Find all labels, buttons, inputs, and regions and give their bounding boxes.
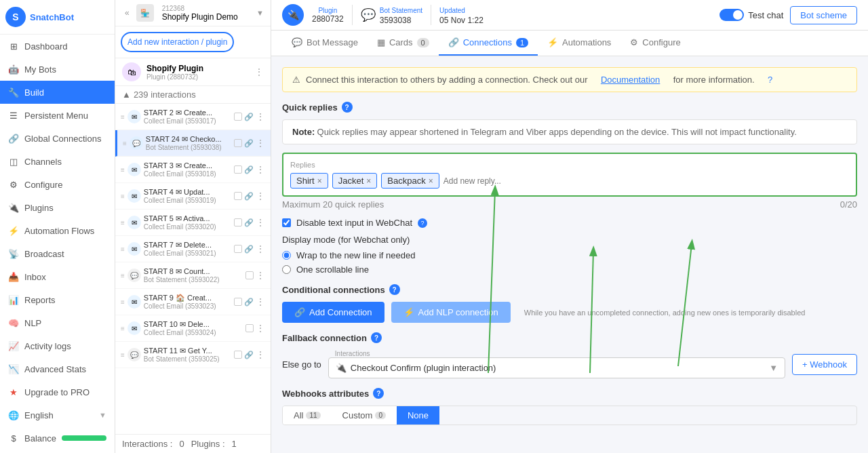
link-icon[interactable]: 🔗 <box>244 351 254 359</box>
shopify-select[interactable]: 🏪 212368 Shopify Plugin Demo ▼ <box>132 4 264 22</box>
disable-text-input-checkbox[interactable] <box>282 218 291 227</box>
checkbox[interactable] <box>234 298 242 306</box>
documentation-link[interactable]: Documentation <box>601 75 660 85</box>
tab-bot-message[interactable]: 💬 Bot Message <box>282 31 368 56</box>
list-item[interactable]: ≡ 💬 START 8 ✉ Count... Bot Statement (35… <box>115 262 271 289</box>
list-item[interactable]: ≡ ✉ START 10 ✉ Dele... Collect Email (35… <box>115 315 271 342</box>
link-icon[interactable]: 🔗 <box>244 192 254 201</box>
webhook-tab-all[interactable]: All 11 <box>283 406 332 425</box>
checkbox[interactable] <box>234 245 242 253</box>
item-actions: 🔗 ⋮ <box>234 243 265 254</box>
plugin-avatar: 🛍 <box>122 62 141 81</box>
link-icon[interactable]: 🔗 <box>244 139 254 148</box>
sidebar-item-automation-flows[interactable]: ⚡ Automation Flows <box>0 219 115 242</box>
help-icon[interactable]: ? <box>768 75 772 85</box>
tab-cards[interactable]: ▦ Cards 0 <box>368 31 439 56</box>
help-icon[interactable]: ? <box>373 388 384 399</box>
sidebar-item-configure[interactable]: ⚙ Configure <box>0 173 115 196</box>
sidebar-item-my-bots[interactable]: 🤖 My Bots <box>0 58 115 81</box>
back-arrow[interactable]: « <box>122 5 132 20</box>
more-menu-button[interactable]: ⋮ <box>256 191 265 201</box>
tab-configure[interactable]: ⚙ Configure <box>620 31 690 56</box>
more-menu-button[interactable]: ⋮ <box>256 111 265 122</box>
tab-automations[interactable]: ⚡ Automations <box>538 31 620 56</box>
list-item[interactable]: ≡ ✉ START 5 ✉ Activa... Collect Email (3… <box>115 210 271 236</box>
drag-handle: ≡ <box>121 298 125 306</box>
add-reply-input[interactable] <box>443 176 545 186</box>
more-menu-button[interactable]: ⋮ <box>256 270 265 281</box>
list-item[interactable]: ≡ ✉ START 3 ✉ Create... Collect Email (3… <box>115 157 271 183</box>
list-item[interactable]: ≡ 💬 START 24 ✉ Checko... Bot Statement (… <box>115 130 271 157</box>
list-item[interactable]: ≡ 💬 START 11 ✉ Get Y... Bot Statement (3… <box>115 342 271 368</box>
link-icon[interactable]: 🔗 <box>244 165 254 174</box>
list-item[interactable]: ≡ ✉ START 2 ✉ Create... Collect Email (3… <box>115 104 271 130</box>
sidebar-item-upgrade[interactable]: ★ Upgrade to PRO <box>0 380 115 403</box>
add-connection-label: Add Connection <box>309 307 372 317</box>
bot-scheme-button[interactable]: Bot scheme <box>790 6 857 24</box>
more-menu-button[interactable]: ⋮ <box>256 323 265 334</box>
plugin-menu-button[interactable]: ⋮ <box>254 66 264 77</box>
add-plugin-button[interactable]: Add new interaction / plugin <box>121 32 234 52</box>
sidebar-item-persistent-menu[interactable]: ☰ Persistent Menu <box>0 104 115 127</box>
add-nlp-connection-button[interactable]: ⚡ Add NLP connection <box>391 302 511 323</box>
sidebar-item-nlp[interactable]: 🧠 NLP <box>0 311 115 334</box>
checkbox[interactable] <box>234 113 242 121</box>
more-menu-button[interactable]: ⋮ <box>256 349 265 360</box>
sidebar-item-plugins[interactable]: 🔌 Plugins <box>0 196 115 219</box>
link-icon[interactable]: 🔗 <box>244 298 254 307</box>
bot-statement-label: Bot Statement <box>380 7 422 14</box>
interactions-label: Interactions : <box>122 439 172 449</box>
checkbox[interactable] <box>245 324 254 332</box>
tab-connections[interactable]: 🔗 Connections 1 <box>439 31 538 56</box>
checkbox[interactable] <box>234 139 242 147</box>
sidebar-item-reports[interactable]: 📊 Reports <box>0 288 115 311</box>
help-icon[interactable]: ? <box>371 332 382 343</box>
webhook-tab-none[interactable]: None <box>397 406 439 425</box>
chat-icon: 💬 <box>127 348 141 361</box>
remove-tag-button[interactable]: × <box>429 176 433 186</box>
sidebar-item-dashboard[interactable]: ⊞ Dashboard <box>0 35 115 58</box>
wrap-radio[interactable] <box>282 251 291 260</box>
help-icon[interactable]: ? <box>342 102 353 113</box>
divider <box>431 5 431 25</box>
sidebar-item-notifications[interactable]: 🔔 Notifications 100+ <box>0 450 115 453</box>
checkbox[interactable] <box>245 271 254 279</box>
sidebar-item-channels[interactable]: ◫ Channels <box>0 150 115 173</box>
checkbox[interactable] <box>234 165 242 174</box>
help-icon[interactable]: ? <box>389 284 400 295</box>
link-icon[interactable]: 🔗 <box>244 113 254 121</box>
help-icon[interactable]: ? <box>418 218 427 228</box>
list-item[interactable]: ≡ ✉ START 4 ✉ Updat... Collect Email (35… <box>115 183 271 210</box>
remove-tag-button[interactable]: × <box>317 176 322 186</box>
remove-tag-button[interactable]: × <box>366 176 371 186</box>
sidebar-item-english[interactable]: 🌐 English ▼ <box>0 403 115 427</box>
interactions-count: ▲ 239 interactions <box>115 86 271 104</box>
add-connection-button[interactable]: 🔗 Add Connection <box>282 302 384 323</box>
sidebar-item-balance[interactable]: $ Balance <box>0 427 115 450</box>
more-menu-button[interactable]: ⋮ <box>256 217 265 228</box>
sidebar-item-build[interactable]: 🔧 Build <box>0 81 115 104</box>
checkbox[interactable] <box>234 218 242 226</box>
list-item[interactable]: ≡ ✉ START 9 🏠 Creat... Collect Email (35… <box>115 289 271 315</box>
toggle-switch[interactable] <box>719 9 744 21</box>
sidebar-item-activity-logs[interactable]: 📈 Activity logs <box>0 334 115 357</box>
webhook-tab-custom[interactable]: Custom 0 <box>332 406 397 425</box>
sidebar-item-advanced-stats[interactable]: 📉 Advanced Stats <box>0 357 115 380</box>
more-menu-button[interactable]: ⋮ <box>256 164 265 175</box>
main-content: ⚠ Connect this interaction to others by … <box>271 56 868 453</box>
sidebar-item-broadcast[interactable]: 📡 Broadcast <box>0 242 115 265</box>
more-menu-button[interactable]: ⋮ <box>256 138 265 149</box>
scroll-radio[interactable] <box>282 265 291 274</box>
link-icon[interactable]: 🔗 <box>244 245 254 254</box>
more-menu-button[interactable]: ⋮ <box>256 243 265 254</box>
checkbox[interactable] <box>234 192 242 200</box>
list-item[interactable]: ≡ ✉ START 7 ✉ Delete... Collect Email (3… <box>115 236 271 262</box>
link-icon[interactable]: 🔗 <box>244 218 254 227</box>
sidebar-item-global-connections[interactable]: 🔗 Global Connections <box>0 127 115 150</box>
sidebar-item-inbox[interactable]: 📥 Inbox <box>0 265 115 288</box>
more-menu-button[interactable]: ⋮ <box>256 296 265 307</box>
webhook-button[interactable]: + Webhook <box>792 354 857 375</box>
item-title: START 2 ✉ Create... <box>144 109 231 117</box>
fallback-select[interactable]: 🔌 Checkout Confirm (plugin interaction) … <box>328 357 785 378</box>
checkbox[interactable] <box>234 351 242 359</box>
